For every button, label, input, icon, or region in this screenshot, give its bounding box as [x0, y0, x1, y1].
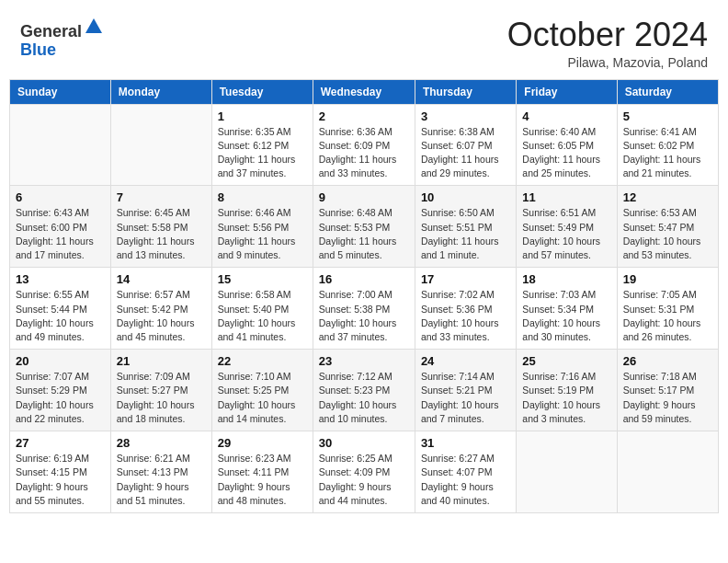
day-detail: Sunrise: 6:46 AM Sunset: 5:56 PM Dayligh…: [218, 206, 307, 262]
calendar-cell: 16Sunrise: 7:00 AM Sunset: 5:38 PM Dayli…: [313, 268, 415, 350]
day-number: 31: [421, 436, 510, 450]
day-detail: Sunrise: 6:50 AM Sunset: 5:51 PM Dayligh…: [421, 206, 510, 262]
weekday-header-sunday: Sunday: [10, 79, 111, 104]
calendar-table: SundayMondayTuesdayWednesdayThursdayFrid…: [9, 79, 719, 513]
day-detail: Sunrise: 7:10 AM Sunset: 5:25 PM Dayligh…: [218, 370, 307, 426]
day-detail: Sunrise: 6:35 AM Sunset: 6:12 PM Dayligh…: [218, 125, 307, 181]
day-detail: Sunrise: 6:21 AM Sunset: 4:13 PM Dayligh…: [117, 452, 206, 508]
day-detail: Sunrise: 7:14 AM Sunset: 5:21 PM Dayligh…: [421, 370, 510, 426]
calendar-cell: 29Sunrise: 6:23 AM Sunset: 4:11 PM Dayli…: [211, 431, 313, 513]
weekday-header-friday: Friday: [517, 79, 617, 104]
day-number: 6: [16, 190, 105, 204]
day-detail: Sunrise: 6:38 AM Sunset: 6:07 PM Dayligh…: [421, 125, 510, 181]
day-number: 21: [117, 354, 206, 368]
day-detail: Sunrise: 7:09 AM Sunset: 5:27 PM Dayligh…: [117, 370, 206, 426]
calendar-cell: 24Sunrise: 7:14 AM Sunset: 5:21 PM Dayli…: [415, 350, 516, 431]
day-number: 7: [117, 190, 206, 204]
calendar-cell: 9Sunrise: 6:48 AM Sunset: 5:53 PM Daylig…: [313, 186, 415, 268]
day-number: 8: [218, 190, 307, 204]
day-number: 10: [421, 190, 510, 204]
day-detail: Sunrise: 7:16 AM Sunset: 5:19 PM Dayligh…: [522, 370, 610, 426]
calendar-cell: 2Sunrise: 6:36 AM Sunset: 6:09 PM Daylig…: [313, 104, 415, 186]
calendar-cell: 30Sunrise: 6:25 AM Sunset: 4:09 PM Dayli…: [313, 431, 415, 513]
calendar-cell: 5Sunrise: 6:41 AM Sunset: 6:02 PM Daylig…: [617, 104, 718, 186]
day-detail: Sunrise: 6:51 AM Sunset: 5:49 PM Dayligh…: [522, 206, 610, 262]
logo-icon: [84, 17, 104, 37]
calendar-cell: [617, 431, 718, 513]
day-detail: Sunrise: 6:19 AM Sunset: 4:15 PM Dayligh…: [16, 452, 105, 508]
calendar-cell: 10Sunrise: 6:50 AM Sunset: 5:51 PM Dayli…: [415, 186, 516, 268]
day-detail: Sunrise: 7:05 AM Sunset: 5:31 PM Dayligh…: [623, 288, 712, 344]
day-detail: Sunrise: 6:40 AM Sunset: 6:05 PM Dayligh…: [522, 125, 610, 181]
day-number: 12: [623, 190, 712, 204]
calendar-cell: 13Sunrise: 6:55 AM Sunset: 5:44 PM Dayli…: [10, 268, 111, 350]
day-detail: Sunrise: 7:00 AM Sunset: 5:38 PM Dayligh…: [319, 288, 409, 344]
day-number: 14: [117, 272, 206, 286]
day-detail: Sunrise: 7:07 AM Sunset: 5:29 PM Dayligh…: [16, 370, 105, 426]
calendar-cell: 6Sunrise: 6:43 AM Sunset: 6:00 PM Daylig…: [10, 186, 111, 268]
calendar-cell: 12Sunrise: 6:53 AM Sunset: 5:47 PM Dayli…: [617, 186, 718, 268]
day-number: 30: [319, 436, 409, 450]
calendar-cell: [10, 104, 111, 186]
day-detail: Sunrise: 6:58 AM Sunset: 5:40 PM Dayligh…: [218, 288, 307, 344]
day-number: 26: [623, 354, 712, 368]
day-detail: Sunrise: 6:45 AM Sunset: 5:58 PM Dayligh…: [117, 206, 206, 262]
day-detail: Sunrise: 7:03 AM Sunset: 5:34 PM Dayligh…: [522, 288, 610, 344]
calendar-cell: 3Sunrise: 6:38 AM Sunset: 6:07 PM Daylig…: [415, 104, 516, 186]
day-detail: Sunrise: 6:53 AM Sunset: 5:47 PM Dayligh…: [623, 206, 712, 262]
day-number: 13: [16, 272, 105, 286]
day-number: 29: [218, 436, 307, 450]
day-number: 17: [421, 272, 510, 286]
calendar-cell: [110, 104, 211, 186]
calendar-cell: 18Sunrise: 7:03 AM Sunset: 5:34 PM Dayli…: [517, 268, 617, 350]
calendar-cell: 11Sunrise: 6:51 AM Sunset: 5:49 PM Dayli…: [517, 186, 617, 268]
day-number: 23: [319, 354, 409, 368]
weekday-header-thursday: Thursday: [415, 79, 516, 104]
day-number: 1: [218, 109, 307, 123]
month-title: October 2024: [507, 17, 708, 53]
page-header: General Blue October 2024 Pilawa, Mazovi…: [9, 9, 719, 74]
calendar-cell: 17Sunrise: 7:02 AM Sunset: 5:36 PM Dayli…: [415, 268, 516, 350]
calendar-cell: 15Sunrise: 6:58 AM Sunset: 5:40 PM Dayli…: [211, 268, 313, 350]
day-detail: Sunrise: 6:23 AM Sunset: 4:11 PM Dayligh…: [218, 452, 307, 508]
calendar-cell: 19Sunrise: 7:05 AM Sunset: 5:31 PM Dayli…: [617, 268, 718, 350]
day-detail: Sunrise: 6:36 AM Sunset: 6:09 PM Dayligh…: [319, 125, 409, 181]
day-detail: Sunrise: 6:43 AM Sunset: 6:00 PM Dayligh…: [16, 206, 105, 262]
calendar-cell: [517, 431, 617, 513]
logo: General Blue: [20, 17, 104, 60]
day-number: 5: [623, 109, 712, 123]
day-detail: Sunrise: 7:18 AM Sunset: 5:17 PM Dayligh…: [623, 370, 712, 426]
calendar-cell: 20Sunrise: 7:07 AM Sunset: 5:29 PM Dayli…: [10, 350, 111, 431]
day-detail: Sunrise: 6:27 AM Sunset: 4:07 PM Dayligh…: [421, 452, 510, 508]
title-block: October 2024 Pilawa, Mazovia, Poland: [507, 17, 708, 70]
day-number: 19: [623, 272, 712, 286]
day-number: 28: [117, 436, 206, 450]
calendar-cell: 31Sunrise: 6:27 AM Sunset: 4:07 PM Dayli…: [415, 431, 516, 513]
day-detail: Sunrise: 6:41 AM Sunset: 6:02 PM Dayligh…: [623, 125, 712, 181]
calendar-cell: 8Sunrise: 6:46 AM Sunset: 5:56 PM Daylig…: [211, 186, 313, 268]
weekday-header-tuesday: Tuesday: [211, 79, 313, 104]
calendar-cell: 25Sunrise: 7:16 AM Sunset: 5:19 PM Dayli…: [517, 350, 617, 431]
day-number: 22: [218, 354, 307, 368]
calendar-cell: 26Sunrise: 7:18 AM Sunset: 5:17 PM Dayli…: [617, 350, 718, 431]
day-number: 15: [218, 272, 307, 286]
day-number: 16: [319, 272, 409, 286]
day-detail: Sunrise: 6:48 AM Sunset: 5:53 PM Dayligh…: [319, 206, 409, 262]
calendar-cell: 21Sunrise: 7:09 AM Sunset: 5:27 PM Dayli…: [110, 350, 211, 431]
day-number: 25: [522, 354, 610, 368]
calendar-cell: 22Sunrise: 7:10 AM Sunset: 5:25 PM Dayli…: [211, 350, 313, 431]
day-number: 24: [421, 354, 510, 368]
day-detail: Sunrise: 6:55 AM Sunset: 5:44 PM Dayligh…: [16, 288, 105, 344]
logo-general: General: [20, 22, 82, 40]
calendar-cell: 14Sunrise: 6:57 AM Sunset: 5:42 PM Dayli…: [110, 268, 211, 350]
logo-blue: Blue: [20, 40, 56, 59]
day-number: 3: [421, 109, 510, 123]
calendar-cell: 23Sunrise: 7:12 AM Sunset: 5:23 PM Dayli…: [313, 350, 415, 431]
day-number: 2: [319, 109, 409, 123]
day-number: 9: [319, 190, 409, 204]
calendar-cell: 7Sunrise: 6:45 AM Sunset: 5:58 PM Daylig…: [110, 186, 211, 268]
day-number: 27: [16, 436, 105, 450]
day-detail: Sunrise: 6:25 AM Sunset: 4:09 PM Dayligh…: [319, 452, 409, 508]
day-number: 4: [522, 109, 610, 123]
calendar-cell: 4Sunrise: 6:40 AM Sunset: 6:05 PM Daylig…: [517, 104, 617, 186]
